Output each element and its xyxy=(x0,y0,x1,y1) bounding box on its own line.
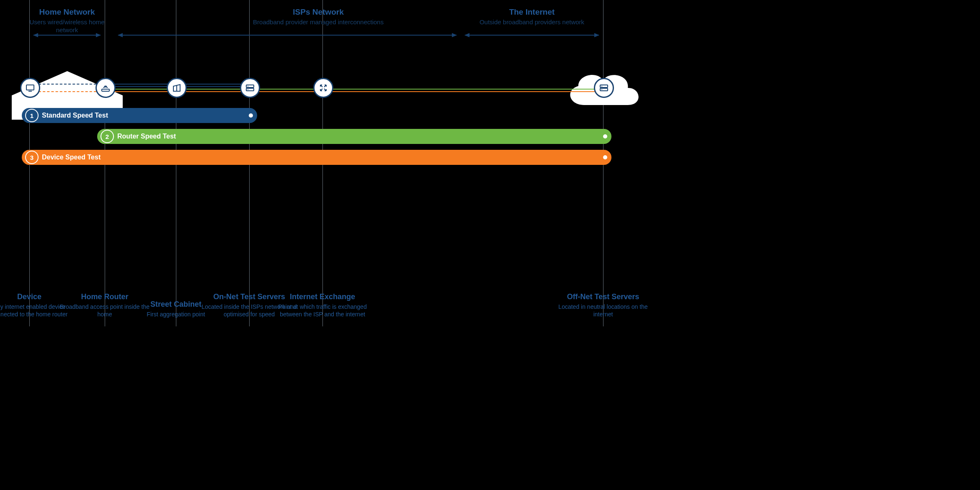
svg-rect-4 xyxy=(246,85,254,87)
zone-home: Home Network Users wired/wireless home n… xyxy=(29,8,105,34)
track-orange xyxy=(113,91,604,92)
svg-rect-8 xyxy=(600,85,608,87)
network-diagram: Home Network Users wired/wireless home n… xyxy=(0,0,653,326)
track-dashed-orange xyxy=(39,91,96,93)
svg-point-6 xyxy=(248,86,248,87)
zone-arrow-internet xyxy=(465,35,599,36)
cabinet-icon xyxy=(167,78,187,98)
onnet-server-icon xyxy=(240,78,260,98)
zone-isp-desc: Broadband provider managed interconnecti… xyxy=(176,18,461,26)
bar-dot-icon xyxy=(603,155,607,159)
bar-router: 2 Router Speed Test xyxy=(97,129,611,144)
zone-internet-desc: Outside broadband providers network xyxy=(461,18,603,26)
label-offnet: Off-Net Test Servers Located in neutral … xyxy=(555,292,651,318)
svg-rect-1 xyxy=(26,85,34,90)
device-icon xyxy=(20,78,40,98)
svg-point-11 xyxy=(601,89,602,90)
svg-rect-5 xyxy=(246,88,254,91)
svg-rect-9 xyxy=(600,88,608,91)
router-icon xyxy=(95,78,116,98)
bar-device: 3 Device Speed Test xyxy=(22,150,611,165)
svg-point-10 xyxy=(601,86,602,87)
zone-internet-title: The Internet xyxy=(461,8,603,17)
label-offnet-desc: Located in neutral locations on the inte… xyxy=(555,303,651,318)
zone-isp-title: ISPs Network xyxy=(176,8,461,17)
bar-standard: 1 Standard Speed Test xyxy=(22,108,257,123)
label-exchange-title: Internet Exchange xyxy=(274,292,371,301)
zone-arrow-home xyxy=(34,35,101,36)
zone-isp: ISPs Network Broadband provider managed … xyxy=(176,8,461,26)
bar-device-label: Device Speed Test xyxy=(42,154,101,161)
bar-router-label: Router Speed Test xyxy=(117,133,176,140)
bar-dot-icon xyxy=(249,113,253,118)
exchange-icon xyxy=(313,78,333,98)
zone-internet: The Internet Outside broadband providers… xyxy=(461,8,603,26)
svg-rect-3 xyxy=(102,89,109,91)
bar-device-num: 3 xyxy=(25,151,39,164)
zone-home-desc: Users wired/wireless home network xyxy=(29,18,105,34)
bar-standard-label: Standard Speed Test xyxy=(42,112,108,119)
label-exchange-desc: Point at which traffic is exchanged betw… xyxy=(274,303,371,318)
zone-home-title: Home Network xyxy=(29,8,105,17)
svg-point-7 xyxy=(248,89,248,90)
label-exchange: Internet Exchange Point at which traffic… xyxy=(274,292,371,318)
track-dashed-blue xyxy=(39,84,96,85)
zone-arrow-isp xyxy=(118,35,456,36)
bar-standard-num: 1 xyxy=(25,109,39,122)
bar-dot-icon xyxy=(603,134,607,139)
bar-router-num: 2 xyxy=(101,130,114,143)
offnet-server-icon xyxy=(594,78,614,98)
label-offnet-title: Off-Net Test Servers xyxy=(555,292,651,301)
